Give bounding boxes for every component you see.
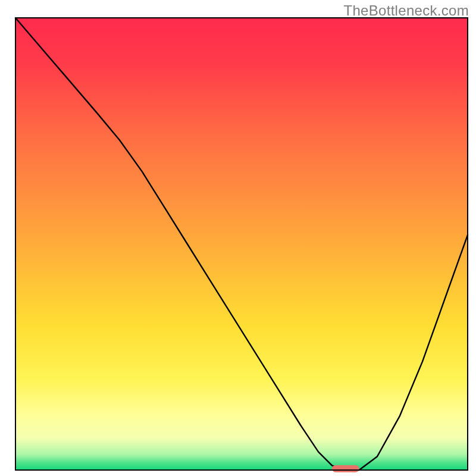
optimal-marker — [332, 465, 359, 472]
bottleneck-chart — [0, 0, 476, 476]
chart-container: TheBottleneck.com — [0, 0, 476, 476]
watermark-label: TheBottleneck.com — [343, 2, 469, 19]
gradient-background — [15, 18, 468, 470]
